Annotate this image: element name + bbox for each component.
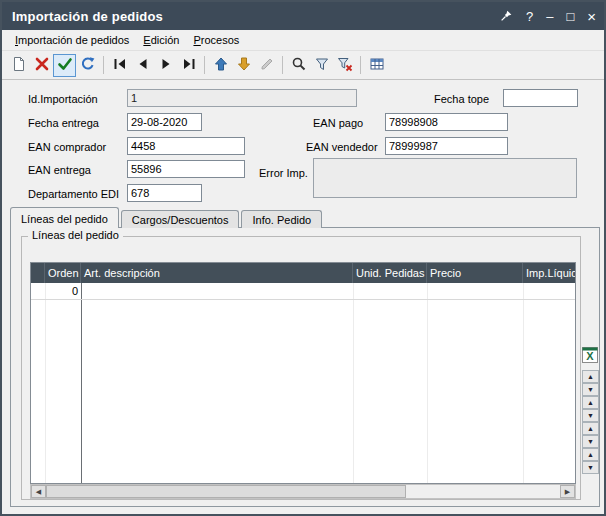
groupbox-caption: Líneas del pedido [28,229,123,241]
id-importacion-label: Id.Importación [28,93,98,105]
grid-header-cell-unid-pedidas[interactable]: Unid. Pedidas [353,263,427,283]
grid-header-cell-art-descripcion[interactable]: Art. descripción [81,263,353,283]
scrollbar-thumb[interactable] [46,485,406,498]
toolbar-search-button[interactable] [287,54,310,77]
toolbar-nav-first-button[interactable] [108,54,131,77]
toolbar-delete-button[interactable] [30,54,53,77]
grid-header-row: Orden Art. descripción Unid. Pedidas Pre… [31,263,575,283]
ean-pago-field[interactable] [385,113,508,131]
tab-panel: Líneas del pedido Orden Art. descripción… [10,227,600,507]
fecha-tope-label: Fecha tope [434,93,489,105]
toolbar-nav-next-button[interactable] [154,54,177,77]
excel-export-button[interactable]: X [581,347,599,365]
excel-icon: X [582,347,598,365]
grid-body: 0 [31,283,575,483]
minimize-button[interactable]: – [546,10,553,23]
nav-previous-icon [135,56,151,74]
toolbar-nav-last-button[interactable] [177,54,200,77]
ean-comprador-field[interactable] [127,137,245,155]
ean-vendedor-field[interactable] [385,137,508,155]
toolbar-refresh-button[interactable] [76,54,99,77]
menu-edicion[interactable]: Edición [136,31,186,49]
scrollbar-track[interactable] [46,485,560,498]
toolbar-filter-clear-button[interactable] [333,54,356,77]
refresh-icon [80,56,96,74]
toolbar [2,51,604,80]
side-move-up-button[interactable]: ▲ [582,448,599,461]
toolbar-move-down-button[interactable] [232,54,255,77]
order-lines-grid: Orden Art. descripción Unid. Pedidas Pre… [30,262,576,484]
side-move-down-button[interactable]: ▼ [582,461,599,474]
tab-cargos-descuentos[interactable]: Cargos/Descuentos [121,210,240,228]
grid-header-cell-precio[interactable]: Precio [427,263,523,283]
search-icon [291,56,307,74]
grid-column-line [427,283,428,483]
toolbar-separator [282,56,283,74]
horizontal-scrollbar[interactable]: ◀ ▶ [30,484,576,499]
error-imp-label: Error Imp. [259,167,308,179]
filter-icon [314,56,330,74]
import-orders-window: Importación de pedidos ? – □ × Importaci… [0,0,606,516]
menu-label: mportación de pedidos [18,34,129,46]
red-x-icon [34,56,50,74]
toolbar-confirm-button[interactable] [53,54,76,77]
departamento-edi-field[interactable] [127,184,202,202]
filter-clear-icon [337,56,353,74]
row-art-cell [81,283,353,299]
toolbar-separator [360,56,361,74]
toolbar-filter-button[interactable] [310,54,333,77]
side-move-down-button[interactable]: ▼ [582,409,599,422]
help-button[interactable]: ? [526,10,533,23]
svg-text:X: X [586,350,594,362]
toolbar-grid-button[interactable] [365,54,388,77]
menu-procesos[interactable]: Procesos [186,31,246,49]
row-unid-cell [353,283,427,299]
fecha-tope-field[interactable] [503,89,578,107]
tab-info-pedido[interactable]: Info. Pedido [241,210,322,228]
side-move-down-button[interactable]: ▼ [582,435,599,448]
toolbar-move-up-button[interactable] [209,54,232,77]
ean-vendedor-label: EAN vendedor [306,141,378,153]
side-move-up-button[interactable]: ▲ [582,422,599,435]
pin-button[interactable] [500,9,513,24]
departamento-edi-label: Departamento EDI [28,188,119,200]
tab-strip: Líneas del pedido Cargos/Descuentos Info… [10,207,324,228]
tab-lineas-del-pedido[interactable]: Líneas del pedido [10,207,119,228]
toolbar-nav-previous-button[interactable] [131,54,154,77]
menu-bar: Importación de pedidos Edición Procesos [2,30,604,51]
check-icon [57,56,73,74]
scroll-left-button[interactable]: ◀ [31,485,46,498]
grid-column-line [353,283,354,483]
up-arrow-icon [213,56,229,74]
menu-label: dición [151,34,180,46]
fecha-entrega-field[interactable] [127,113,202,131]
grid-header-cell-marker[interactable] [31,263,45,283]
grid-header-cell-imp-liquido[interactable]: Imp.Líquido [523,263,576,283]
grid-column-line [45,283,46,483]
menu-importacion-de-pedidos[interactable]: Importación de pedidos [8,31,136,49]
window-title: Importación de pedidos [12,9,500,24]
order-lines-groupbox: Líneas del pedido Orden Art. descripción… [21,236,581,500]
ean-comprador-label: EAN comprador [28,141,106,153]
id-importacion-field [127,89,357,107]
side-move-up-button[interactable]: ▲ [582,396,599,409]
grid-view-icon [369,56,385,74]
toolbar-new-button[interactable] [7,54,30,77]
side-move-up-button[interactable]: ▲ [582,370,599,383]
close-button[interactable]: × [587,9,596,24]
titlebar: Importación de pedidos ? – □ × [2,2,604,30]
nav-last-icon [181,56,197,74]
grid-header-cell-orden[interactable]: Orden [45,263,81,283]
row-precio-cell [427,283,523,299]
menu-label: rocesos [201,34,240,46]
side-move-down-button[interactable]: ▼ [582,383,599,396]
table-row[interactable]: 0 [31,283,575,300]
scroll-right-button[interactable]: ▶ [560,485,575,498]
ean-entrega-field[interactable] [127,160,245,178]
new-document-icon [11,56,27,74]
toolbar-edit-disabled-button[interactable] [255,54,278,77]
maximize-button[interactable]: □ [566,10,574,23]
row-marker-cell [31,283,45,299]
menu-accel: P [193,34,200,46]
pencil-disabled-icon [259,56,275,74]
